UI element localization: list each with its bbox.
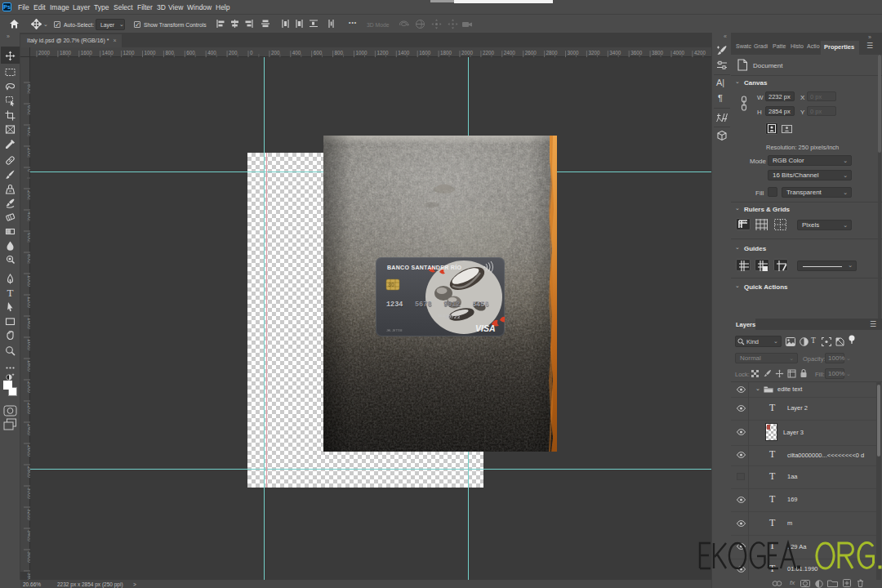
svg-text:3800: 3800 bbox=[652, 50, 664, 56]
svg-text:600: 600 bbox=[27, 105, 31, 114]
svg-text:1800: 1800 bbox=[60, 50, 72, 56]
svg-text:0: 0 bbox=[250, 50, 253, 56]
svg-text:1400: 1400 bbox=[102, 50, 114, 56]
svg-text:JHL JETTIM: JHL JETTIM bbox=[386, 329, 402, 332]
svg-text:800: 800 bbox=[27, 84, 31, 93]
svg-text:9012: 9012 bbox=[443, 301, 460, 309]
svg-text:3400: 3400 bbox=[609, 50, 621, 56]
svg-text:1200: 1200 bbox=[376, 50, 389, 56]
svg-text:200: 200 bbox=[271, 50, 280, 56]
svg-text:2400: 2400 bbox=[27, 424, 31, 436]
svg-text:600: 600 bbox=[186, 50, 195, 56]
svg-text:800: 800 bbox=[335, 50, 344, 56]
svg-text:800: 800 bbox=[27, 254, 31, 263]
svg-text:3200: 3200 bbox=[27, 509, 31, 521]
svg-text:2600: 2600 bbox=[525, 50, 537, 56]
svg-text:600: 600 bbox=[27, 233, 31, 242]
svg-text:4200: 4200 bbox=[694, 50, 706, 56]
svg-text:1200: 1200 bbox=[123, 50, 136, 56]
svg-text:30: 30 bbox=[388, 282, 394, 287]
svg-text:1800: 1800 bbox=[27, 360, 31, 372]
svg-text:3456: 3456 bbox=[472, 301, 488, 309]
svg-text:3600: 3600 bbox=[630, 50, 643, 56]
svg-text:3000: 3000 bbox=[27, 488, 31, 500]
svg-text:200: 200 bbox=[27, 148, 31, 157]
svg-text:BANCO SANTANDER RÍO: BANCO SANTANDER RÍO bbox=[387, 264, 461, 270]
svg-text:1234: 1234 bbox=[386, 301, 403, 309]
svg-text:1000: 1000 bbox=[356, 50, 368, 56]
svg-text:2600: 2600 bbox=[27, 445, 31, 457]
svg-text:800: 800 bbox=[165, 50, 174, 56]
svg-text:400: 400 bbox=[27, 127, 31, 136]
svg-text:1400: 1400 bbox=[27, 318, 31, 330]
svg-text:2200: 2200 bbox=[27, 403, 31, 415]
svg-text:1000: 1000 bbox=[27, 275, 31, 287]
svg-text:1000: 1000 bbox=[145, 50, 157, 56]
svg-text:2800: 2800 bbox=[546, 50, 559, 56]
svg-text:3200: 3200 bbox=[588, 50, 600, 56]
svg-text:4000: 4000 bbox=[673, 50, 685, 56]
svg-text:5678: 5678 bbox=[415, 301, 431, 309]
svg-text:600: 600 bbox=[314, 50, 323, 56]
svg-text:1600: 1600 bbox=[27, 339, 31, 351]
svg-text:2000: 2000 bbox=[461, 50, 474, 56]
svg-text:1200: 1200 bbox=[27, 296, 31, 309]
svg-text:400: 400 bbox=[27, 212, 31, 220]
svg-text:10/23: 10/23 bbox=[445, 314, 460, 320]
svg-text:T: T bbox=[7, 287, 14, 298]
svg-text:1400: 1400 bbox=[398, 50, 410, 56]
svg-text:3600: 3600 bbox=[27, 551, 31, 564]
svg-text:2000: 2000 bbox=[38, 50, 51, 56]
svg-text:3000: 3000 bbox=[568, 50, 580, 56]
svg-text:2000: 2000 bbox=[27, 381, 31, 394]
svg-text:1600: 1600 bbox=[81, 50, 93, 56]
svg-text:3400: 3400 bbox=[27, 530, 31, 542]
svg-text:400: 400 bbox=[292, 50, 301, 56]
svg-text:2200: 2200 bbox=[483, 50, 495, 56]
svg-text:VISA: VISA bbox=[475, 323, 496, 333]
svg-text:3800: 3800 bbox=[27, 572, 31, 580]
svg-text:1800: 1800 bbox=[440, 50, 452, 56]
svg-text:200: 200 bbox=[229, 50, 238, 56]
svg-text:1600: 1600 bbox=[419, 50, 431, 56]
svg-text:400: 400 bbox=[207, 50, 216, 56]
svg-text:2400: 2400 bbox=[504, 50, 516, 56]
svg-text:200: 200 bbox=[27, 190, 31, 199]
